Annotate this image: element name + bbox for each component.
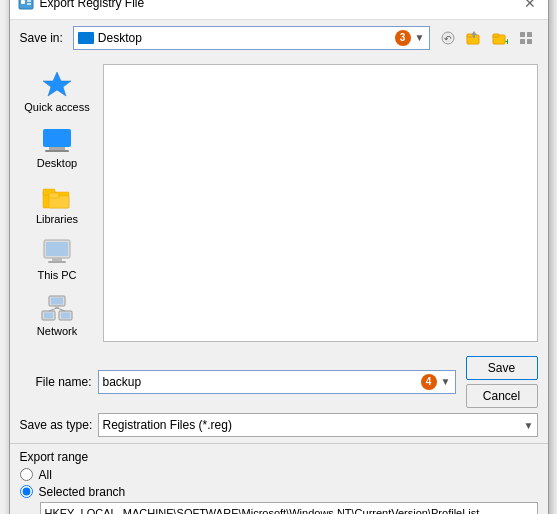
- sidebar-item-network[interactable]: Network: [20, 288, 95, 342]
- filename-row: File name: 4 ▼ Save Cancel: [20, 356, 538, 408]
- saveastype-select[interactable]: Registration Files (*.reg): [98, 413, 538, 437]
- registry-icon: [18, 0, 34, 11]
- svg-rect-1: [21, 0, 25, 4]
- sidebar-label-quickaccess: Quick access: [24, 101, 89, 113]
- svg-rect-10: [493, 34, 499, 37]
- view-button[interactable]: [514, 26, 538, 50]
- svg-text:+: +: [505, 37, 508, 45]
- svg-rect-18: [49, 147, 65, 150]
- radio-all-label[interactable]: All: [39, 468, 52, 482]
- savein-combo[interactable]: Desktop 3 ▼: [73, 26, 430, 50]
- network-icon: [39, 293, 75, 323]
- svg-rect-25: [46, 242, 68, 256]
- saveastype-row: Save as type: Registration Files (*.reg)…: [20, 413, 538, 437]
- radio-all-row: All: [20, 468, 538, 482]
- toolbar-actions: ↶ +: [436, 26, 538, 50]
- desktop-icon: [39, 125, 75, 155]
- filename-input[interactable]: [103, 375, 417, 389]
- desktop-folder-icon: [78, 32, 94, 44]
- svg-rect-34: [61, 312, 70, 318]
- svg-rect-27: [48, 261, 66, 263]
- dialog-content: Save in: Desktop 3 ▼ ↶: [10, 20, 548, 515]
- svg-rect-30: [55, 306, 59, 308]
- filename-dropdown-arrow[interactable]: ▼: [441, 376, 451, 387]
- sidebar-label-libraries: Libraries: [36, 213, 78, 225]
- filename-label: File name:: [20, 375, 92, 389]
- export-range-section: Export range All Selected branch: [10, 443, 548, 515]
- svg-rect-19: [45, 150, 69, 152]
- svg-marker-16: [43, 72, 71, 96]
- dialog-title: Export Registry File: [40, 0, 145, 10]
- file-browse-area[interactable]: [103, 64, 538, 342]
- savein-label: Save in:: [20, 31, 63, 45]
- radio-selected-row: Selected branch: [20, 485, 538, 499]
- radio-selected-label[interactable]: Selected branch: [39, 485, 126, 499]
- sidebar-item-thispc[interactable]: This PC: [20, 232, 95, 286]
- svg-rect-13: [527, 32, 532, 37]
- savein-value: Desktop: [98, 31, 391, 45]
- libraries-icon: [39, 181, 75, 211]
- filename-input-wrap[interactable]: 4 ▼: [98, 370, 456, 394]
- radio-all[interactable]: [20, 468, 33, 481]
- thispc-icon: [39, 237, 75, 267]
- savein-dropdown-arrow: ▼: [415, 32, 425, 43]
- sidebar-item-desktop[interactable]: Desktop: [20, 120, 95, 174]
- bottom-fields: File name: 4 ▼ Save Cancel Save as t: [10, 350, 548, 443]
- up-button[interactable]: [462, 26, 486, 50]
- title-bar: Export Registry File ✕: [10, 0, 548, 20]
- main-area: Quick access Desktop: [10, 56, 548, 350]
- sidebar-item-libraries[interactable]: Libraries: [20, 176, 95, 230]
- svg-rect-15: [527, 39, 532, 44]
- view-icon: [519, 31, 533, 45]
- back-button[interactable]: ↶: [436, 26, 460, 50]
- back-icon: ↶: [441, 31, 455, 45]
- export-registry-dialog: Export Registry File ✕ Save in: Desktop …: [9, 0, 549, 514]
- saveastype-label: Save as type:: [20, 418, 92, 432]
- radio-selected[interactable]: [20, 485, 33, 498]
- save-button[interactable]: Save: [466, 356, 538, 380]
- up-icon: [466, 31, 482, 45]
- close-button[interactable]: ✕: [520, 0, 540, 13]
- quickaccess-icon: [39, 69, 75, 99]
- sidebar-label-thispc: This PC: [37, 269, 76, 281]
- svg-rect-3: [27, 3, 31, 5]
- title-left: Export Registry File: [18, 0, 145, 11]
- sidebar-item-quickaccess[interactable]: Quick access: [20, 64, 95, 118]
- savein-badge: 3: [395, 30, 411, 46]
- svg-rect-29: [51, 297, 63, 304]
- svg-rect-2: [27, 0, 31, 2]
- cancel-button[interactable]: Cancel: [466, 384, 538, 408]
- svg-text:↶: ↶: [444, 34, 452, 44]
- saveastype-select-wrap[interactable]: Registration Files (*.reg) ▼: [98, 413, 538, 437]
- newfolder-icon: +: [492, 31, 508, 45]
- svg-rect-12: [520, 32, 525, 37]
- toolbar-row: Save in: Desktop 3 ▼ ↶: [10, 20, 548, 56]
- svg-rect-23: [49, 193, 59, 198]
- sidebar-label-desktop: Desktop: [37, 157, 77, 169]
- filename-badge: 4: [421, 374, 437, 390]
- branch-input[interactable]: [40, 502, 538, 515]
- svg-rect-26: [52, 258, 62, 261]
- sidebar: Quick access Desktop: [20, 56, 95, 350]
- newfolder-button[interactable]: +: [488, 26, 512, 50]
- sidebar-label-network: Network: [37, 325, 77, 337]
- svg-rect-17: [43, 129, 71, 147]
- export-range-title: Export range: [20, 450, 538, 464]
- svg-rect-14: [520, 39, 525, 44]
- action-buttons: Save Cancel: [466, 356, 538, 408]
- svg-rect-32: [44, 312, 53, 318]
